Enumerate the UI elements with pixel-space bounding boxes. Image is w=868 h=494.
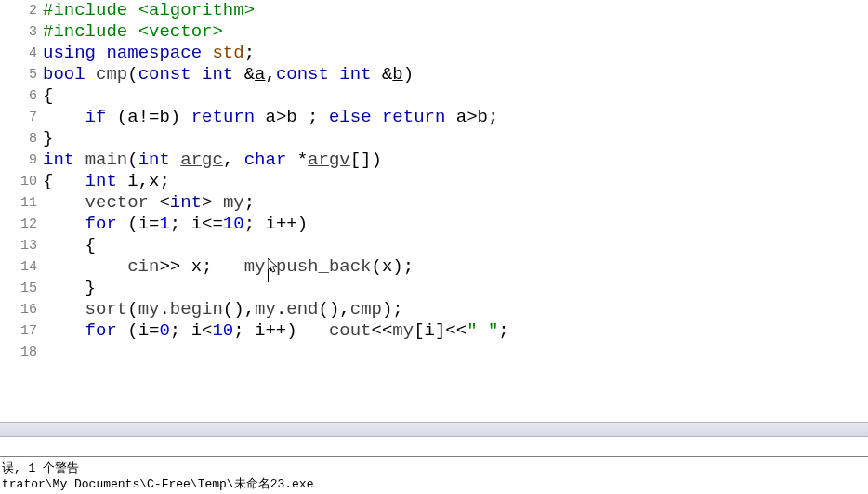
code-editor[interactable]: 23456789101112131415161718 #include <alg… bbox=[0, 0, 868, 422]
line-number: 9 bbox=[0, 150, 37, 171]
code-line[interactable]: if (a!=b) return a>b ; else return a>b; bbox=[43, 107, 868, 128]
code-line[interactable]: { bbox=[43, 85, 868, 107]
code-line[interactable]: { bbox=[43, 235, 868, 256]
status-line-2: trator\My Documents\C-Free\Temp\未命名23.ex… bbox=[2, 476, 866, 492]
code-line[interactable]: vector <int> my; bbox=[43, 192, 868, 214]
horizontal-scrollbar[interactable] bbox=[0, 422, 868, 437]
code-line[interactable]: for (i=1; i<=10; i++) bbox=[43, 214, 868, 235]
code-line[interactable]: using namespace std; bbox=[43, 43, 868, 64]
line-number: 17 bbox=[0, 320, 37, 342]
line-number: 5 bbox=[0, 64, 37, 85]
line-number: 18 bbox=[0, 342, 37, 363]
line-number: 14 bbox=[0, 256, 37, 278]
code-line[interactable]: } bbox=[43, 128, 868, 150]
line-number: 16 bbox=[0, 299, 37, 320]
line-number: 4 bbox=[0, 43, 37, 64]
line-number-gutter: 23456789101112131415161718 bbox=[0, 0, 43, 422]
code-line[interactable]: bool cmp(const int &a,const int &b) bbox=[43, 64, 868, 85]
status-gap bbox=[0, 437, 868, 456]
line-number: 8 bbox=[0, 128, 37, 150]
line-number: 15 bbox=[0, 278, 37, 299]
code-line[interactable]: for (i=0; i<10; i++) cout<<my[i]<<" "; bbox=[43, 320, 868, 342]
code-line[interactable]: sort(my.begin(),my.end(),cmp); bbox=[43, 299, 868, 320]
code-content[interactable]: #include <algorithm>#include <vector>usi… bbox=[43, 0, 868, 422]
code-line[interactable]: #include <algorithm> bbox=[43, 0, 868, 21]
code-line[interactable]: cin>> x; my.push_back(x); bbox=[43, 256, 868, 278]
line-number: 12 bbox=[0, 214, 37, 235]
code-line[interactable]: int main(int argc, char *argv[]) bbox=[43, 150, 868, 171]
line-number: 6 bbox=[0, 85, 37, 107]
line-number: 7 bbox=[0, 107, 37, 128]
code-line[interactable]: { int i,x; bbox=[43, 171, 868, 192]
line-number: 3 bbox=[0, 21, 37, 43]
status-panel: 误, 1 个警告 trator\My Documents\C-Free\Temp… bbox=[0, 456, 868, 494]
line-number: 13 bbox=[0, 235, 37, 256]
line-number: 11 bbox=[0, 192, 37, 214]
text-caret bbox=[268, 264, 269, 282]
code-line[interactable]: #include <vector> bbox=[43, 21, 868, 43]
code-line[interactable]: } bbox=[43, 278, 868, 299]
status-line-1: 误, 1 个警告 bbox=[2, 461, 866, 476]
line-number: 2 bbox=[0, 0, 37, 21]
line-number: 10 bbox=[0, 171, 37, 192]
